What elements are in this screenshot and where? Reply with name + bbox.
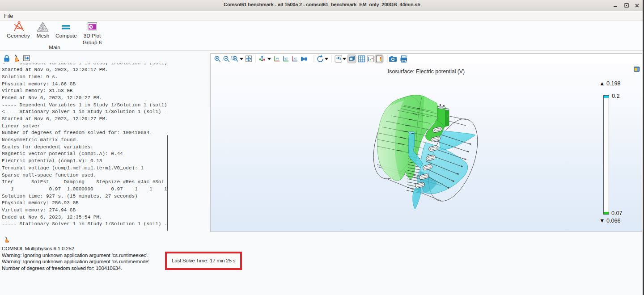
svg-text:xz: xz <box>293 56 297 60</box>
svg-text:xy: xy <box>275 56 279 60</box>
svg-text:yz: yz <box>284 56 288 60</box>
